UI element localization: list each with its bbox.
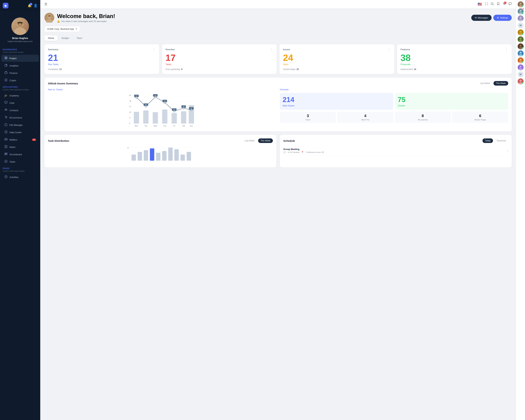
messages-header-button[interactable] bbox=[508, 2, 512, 6]
header-right-icons: 🇺🇸 5 bbox=[478, 2, 512, 6]
mini-card-fixed: 3 Fixed bbox=[280, 112, 336, 123]
hamburger-button[interactable]: ☰ bbox=[45, 2, 47, 6]
task-last-week-btn[interactable]: Last Week bbox=[242, 139, 257, 143]
sidebar-item-help-center-label: Help Center bbox=[9, 131, 21, 134]
features-title: Features bbox=[401, 48, 410, 51]
svg-text:Thu: Thu bbox=[163, 125, 166, 127]
sidebar-item-contacts-label: Contacts bbox=[9, 109, 18, 112]
applications-section-label: APPLICATIONS bbox=[0, 84, 40, 89]
svg-rect-13 bbox=[5, 101, 7, 103]
right-avatar-5[interactable] bbox=[518, 43, 524, 49]
task-this-week-btn[interactable]: This Week bbox=[258, 139, 273, 143]
svg-rect-47 bbox=[153, 112, 158, 123]
svg-text:25: 25 bbox=[183, 106, 184, 108]
sidebar-item-activities[interactable]: Activities bbox=[1, 174, 39, 181]
language-flag[interactable]: 🇺🇸 bbox=[478, 2, 482, 6]
app-logo[interactable]: ◆ bbox=[3, 3, 8, 8]
issues-menu[interactable]: ⋮ bbox=[388, 48, 391, 51]
fixed-label: Fixed bbox=[282, 119, 334, 121]
ecommerce-icon bbox=[4, 116, 8, 119]
sidebar-item-academy[interactable]: 🎓 Academy bbox=[1, 92, 39, 99]
sidebar-item-help-center[interactable]: ? Help Center › bbox=[1, 129, 39, 136]
bottom-row: Task Distribution Last Week This Week 40 bbox=[45, 135, 512, 168]
sidebar-item-scrumboard[interactable]: Scrumboard bbox=[1, 151, 39, 158]
tab-budget[interactable]: Budget bbox=[58, 35, 73, 41]
file-manager-icon bbox=[4, 123, 8, 127]
bookmark-button[interactable] bbox=[497, 2, 500, 6]
welcome-heading: Welcome back, Brian! bbox=[57, 13, 115, 19]
notifications-button[interactable]: 🔔 3 bbox=[28, 4, 31, 8]
sidebar-item-project-label: Project bbox=[9, 57, 17, 60]
this-week-btn[interactable]: This Week bbox=[494, 81, 508, 85]
tomorrow-btn[interactable]: Tomorrow bbox=[494, 139, 508, 143]
tasks-icon bbox=[4, 160, 8, 163]
summary-menu[interactable]: ⋮ bbox=[153, 48, 156, 51]
last-week-btn[interactable]: Last Week bbox=[478, 81, 492, 85]
sidebar-item-chat[interactable]: Chat bbox=[1, 99, 39, 106]
right-avatar-2[interactable] bbox=[518, 15, 524, 21]
settings-button[interactable]: ⚙ Settings bbox=[493, 15, 512, 21]
svg-point-17 bbox=[6, 118, 7, 118]
svg-text:20: 20 bbox=[173, 109, 175, 111]
summary-cards: Summary ⋮ 21 Due Tasks Completed: 13 Ove… bbox=[45, 44, 512, 74]
help-center-icon: ? bbox=[4, 131, 8, 134]
right-avatar-4[interactable] bbox=[518, 37, 524, 42]
activities-icon bbox=[4, 175, 8, 179]
project-selector[interactable]: ACME Corp. Backend App ▼ bbox=[45, 26, 80, 32]
sidebar-item-ecommerce[interactable]: ECommerce › bbox=[1, 114, 39, 121]
overview-bottom: 3 Fixed 4 Won't Fix 8 Re-opened 6 bbox=[280, 112, 508, 123]
sidebar-item-crypto[interactable]: $ Crypto bbox=[1, 77, 39, 84]
svg-point-111 bbox=[520, 45, 522, 47]
fullscreen-button[interactable] bbox=[485, 2, 488, 6]
sidebar-item-contacts[interactable]: Contacts bbox=[1, 107, 39, 114]
overdue-title: Overdue bbox=[166, 48, 175, 51]
schedule-item-details: 🕐 in 32 minutes 📍 Conference room 1B bbox=[283, 151, 324, 153]
bell-icon: 🔔 bbox=[57, 20, 60, 23]
sidebar-item-finance[interactable]: Finance bbox=[1, 69, 39, 76]
sidebar-item-analytics[interactable]: Analytics bbox=[1, 62, 39, 69]
right-avatar-7[interactable] bbox=[518, 57, 524, 63]
sidebar-item-academy-label: Academy bbox=[9, 94, 19, 97]
search-button[interactable] bbox=[491, 2, 494, 6]
sidebar-item-file-manager[interactable]: File Manager bbox=[1, 121, 39, 129]
chart-subtitle: New vs. Closed bbox=[48, 88, 276, 91]
overdue-detail: From yesterday: 9 bbox=[166, 68, 273, 71]
mini-card-triage: 6 Needs Triage bbox=[452, 112, 508, 123]
right-avatar-m2[interactable]: M bbox=[518, 71, 524, 77]
schedule-item-info: Group Meeting 🕐 in 32 minutes 📍 Conferen… bbox=[283, 148, 324, 153]
tab-team[interactable]: Team bbox=[73, 35, 86, 41]
sidebar-item-project[interactable]: Project bbox=[1, 55, 39, 62]
right-avatar-0[interactable] bbox=[518, 1, 524, 7]
sidebar-item-notes[interactable]: Notes bbox=[1, 143, 39, 150]
svg-point-28 bbox=[504, 4, 504, 5]
svg-text:Mon: Mon bbox=[135, 125, 138, 127]
svg-rect-91 bbox=[168, 148, 173, 161]
right-avatar-3[interactable] bbox=[518, 29, 524, 35]
project-icon bbox=[4, 56, 8, 60]
schedule-chevron-icon[interactable]: › bbox=[507, 149, 508, 152]
today-btn[interactable]: Today bbox=[482, 139, 493, 143]
right-avatar-m1[interactable]: M bbox=[518, 22, 524, 28]
features-menu[interactable]: ⋮ bbox=[505, 48, 508, 51]
svg-point-114 bbox=[520, 52, 522, 54]
sidebar-item-tasks[interactable]: Tasks bbox=[1, 158, 39, 165]
overdue-menu[interactable]: ⋮ bbox=[270, 48, 273, 51]
cart-button[interactable]: 5 bbox=[503, 2, 506, 6]
issues-grid: New vs. Closed 45 36 27 18 9 0 bbox=[48, 88, 508, 128]
right-avatar-6[interactable] bbox=[518, 50, 524, 56]
task-dist-chart: 40 bbox=[48, 146, 273, 164]
reopened-number: 8 bbox=[397, 113, 449, 118]
svg-text:Sat: Sat bbox=[182, 125, 185, 127]
svg-point-96 bbox=[520, 3, 522, 5]
messages-button[interactable]: ✉ Messages bbox=[471, 15, 492, 21]
tab-home[interactable]: Home bbox=[45, 35, 57, 41]
sidebar-item-mailbox[interactable]: Mailbox 27 bbox=[1, 136, 39, 143]
right-avatar-1[interactable] bbox=[518, 8, 524, 14]
crypto-icon: $ bbox=[4, 79, 8, 82]
right-avatar-8[interactable] bbox=[518, 64, 524, 70]
dashboards-section-label: DASHBOARDS bbox=[0, 47, 40, 51]
right-avatar-9[interactable] bbox=[518, 78, 524, 84]
svg-point-102 bbox=[520, 17, 522, 19]
user-profile-icon[interactable]: 👤 bbox=[34, 4, 38, 8]
schedule-card: Schedule Today Tomorrow Group Meeting 🕐 … bbox=[280, 135, 512, 168]
